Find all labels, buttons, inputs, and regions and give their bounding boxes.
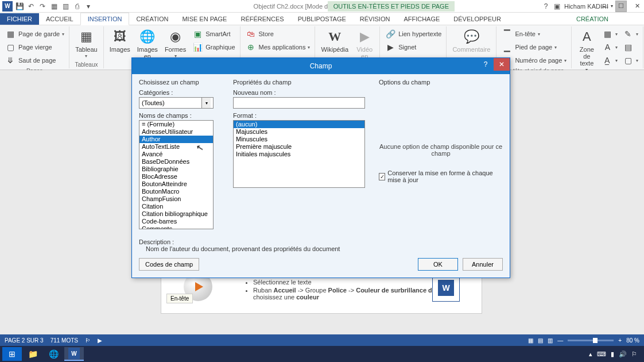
close-button[interactable]: ✕ (630, 2, 644, 11)
word-count[interactable]: 711 MOTS (51, 337, 78, 344)
table-icon: ▦ (77, 29, 95, 45)
new-name-input[interactable] (233, 97, 365, 109)
minimize-button[interactable]: — (598, 2, 612, 11)
format-item[interactable]: Minuscules (234, 136, 364, 143)
preserve-formatting-checkbox[interactable]: ✓ Conserver la mise en forme à chaque mi… (379, 170, 503, 183)
text-small-button[interactable]: ▢▾ (621, 54, 639, 67)
view-print-icon[interactable]: ▦ (528, 337, 533, 344)
tab-review[interactable]: RÉVISION (353, 13, 397, 25)
view-read-icon[interactable]: ▤ (538, 337, 543, 344)
tray-volume-icon[interactable]: 🔊 (619, 351, 627, 358)
qat-dropdown-icon[interactable]: ▾ (84, 2, 93, 11)
tab-mailings[interactable]: PUBLIPOSTAGE (291, 13, 353, 25)
chart-button[interactable]: 📊Graphique (191, 41, 236, 53)
field-names-listbox[interactable]: = (Formule)AdresseUtilisateurAuthorAutoT… (139, 120, 214, 229)
field-item[interactable]: Code-barres (139, 218, 213, 225)
store-button[interactable]: 🛍Store (244, 28, 312, 40)
format-item[interactable]: (aucun) (234, 121, 364, 128)
smartart-button[interactable]: ▣SmartArt (191, 28, 236, 40)
bookmark-icon: ▶ (385, 41, 396, 53)
field-item[interactable]: BlocAdresse (139, 173, 213, 180)
tab-header-tools[interactable]: CRÉATION (569, 13, 615, 25)
task-word[interactable]: W (64, 347, 84, 361)
table-button[interactable]: ▦Tableau▾ (73, 28, 100, 60)
field-item[interactable]: = (Formule) (139, 121, 213, 128)
field-codes-button[interactable]: Codes de champ (139, 258, 199, 271)
start-button[interactable]: ⊞ (2, 347, 22, 361)
categories-combo[interactable]: (Toutes) ▾ (139, 97, 214, 109)
link-icon: 🔗 (385, 28, 396, 40)
textbox-button[interactable]: AZone de texte▾ (575, 28, 598, 74)
bookmark-button[interactable]: ▶Signet (383, 41, 443, 53)
page-number-button[interactable]: #Numéro de page▾ (500, 54, 568, 67)
cover-page-button[interactable]: ▦Page de garde▾ (3, 28, 65, 40)
dialog-close-button[interactable]: ✕ (494, 58, 510, 71)
tray-flag-icon[interactable]: ⚐ (631, 351, 637, 358)
text-small-button[interactable]: A̲▾ (600, 54, 619, 67)
tab-insert[interactable]: INSERTION (80, 13, 130, 25)
images-button[interactable]: 🖼Images (107, 28, 133, 54)
qat-icon[interactable]: ▥ (61, 2, 70, 11)
description-block: Description : Nom de l'auteur du documen… (139, 238, 503, 252)
tab-developer[interactable]: DÉVELOPPEUR (447, 13, 508, 25)
ok-button[interactable]: OK (418, 258, 458, 271)
qat-icon[interactable]: ⎙ (72, 2, 82, 11)
comment-button[interactable]: 💬Commentaire (450, 28, 492, 54)
format-item[interactable]: Première majuscule (234, 143, 364, 151)
tab-layout[interactable]: MISE EN PAGE (175, 13, 234, 25)
tab-view[interactable]: AFFICHAGE (397, 13, 447, 25)
cancel-button[interactable]: Annuler (463, 258, 503, 271)
format-listbox[interactable]: (aucun)MajusculesMinusculesPremière maju… (233, 120, 365, 188)
text-small-button[interactable]: A▾ (600, 41, 619, 53)
zoom-level[interactable]: 80 % (626, 337, 639, 344)
qat-icon[interactable]: ▦ (49, 2, 59, 11)
footer-button[interactable]: ▁Pied de page▾ (500, 41, 568, 53)
field-item[interactable]: Citation (139, 203, 213, 210)
task-explorer[interactable]: 📁 (23, 347, 42, 361)
page-status[interactable]: PAGE 2 SUR 3 (5, 337, 44, 344)
undo-icon[interactable]: ↶ (26, 2, 36, 11)
dialog-help-button[interactable]: ? (478, 58, 494, 71)
task-browser[interactable]: 🌐 (44, 347, 63, 361)
ribbon-options-icon[interactable]: ▣ (553, 2, 562, 11)
field-item[interactable]: AdresseUtilisateur (139, 128, 213, 136)
my-apps-button[interactable]: ⊕Mes applications▾ (244, 41, 312, 53)
format-item[interactable]: Majuscules (234, 128, 364, 136)
format-item[interactable]: Initiales majuscules (234, 151, 364, 158)
field-item[interactable]: BoutonMacro (139, 188, 213, 195)
wikipedia-button[interactable]: WWikipédia (319, 28, 351, 54)
blank-page-button[interactable]: ▢Page vierge (3, 41, 65, 53)
tab-references[interactable]: RÉFÉRENCES (234, 13, 290, 25)
shapes-button[interactable]: ◉Formes▾ (162, 28, 188, 60)
tab-home[interactable]: ACCUEIL (39, 13, 80, 25)
header-button[interactable]: ▔En-tête▾ (500, 28, 568, 40)
maximize-button[interactable]: ☐ (614, 2, 628, 11)
tab-file[interactable]: FICHIER (0, 13, 39, 25)
zoom-in-button[interactable]: + (618, 337, 622, 344)
tray-up-icon[interactable]: ▴ (589, 351, 592, 358)
hyperlink-button[interactable]: 🔗Lien hypertexte (383, 28, 443, 40)
field-item[interactable]: Bibliographie (139, 165, 213, 173)
help-icon[interactable]: ? (541, 2, 550, 11)
shapes-icon: ◉ (166, 29, 185, 45)
redo-icon[interactable]: ↷ (38, 2, 47, 11)
text-small-button[interactable]: ▤ (621, 41, 639, 53)
tray-keyboard-icon[interactable]: ⌨ (597, 351, 606, 358)
page-break-button[interactable]: ⤋Saut de page (3, 54, 65, 67)
field-item[interactable]: BaseDeDonnées (139, 158, 213, 165)
field-item[interactable]: Citation bibliographique (139, 210, 213, 218)
tray-net-icon[interactable]: ▮ (611, 351, 614, 358)
zoom-slider[interactable] (568, 340, 614, 341)
language-icon[interactable]: 🏳 (85, 337, 91, 344)
text-small-button[interactable]: ✎▾ (621, 28, 639, 40)
field-item[interactable]: Comments (139, 225, 213, 229)
save-icon[interactable]: 💾 (15, 2, 24, 11)
field-item[interactable]: ChampFusion (139, 195, 213, 203)
macro-icon[interactable]: ▶ (98, 337, 102, 344)
field-item[interactable]: BoutonAtteindre (139, 180, 213, 188)
text-small-button[interactable]: ▦▾ (600, 28, 619, 40)
dialog-titlebar[interactable]: Champ ? ✕ (132, 58, 510, 74)
view-web-icon[interactable]: ▥ (548, 337, 553, 344)
tab-creation[interactable]: CRÉATION (129, 13, 175, 25)
zoom-out-button[interactable]: — (557, 337, 563, 344)
